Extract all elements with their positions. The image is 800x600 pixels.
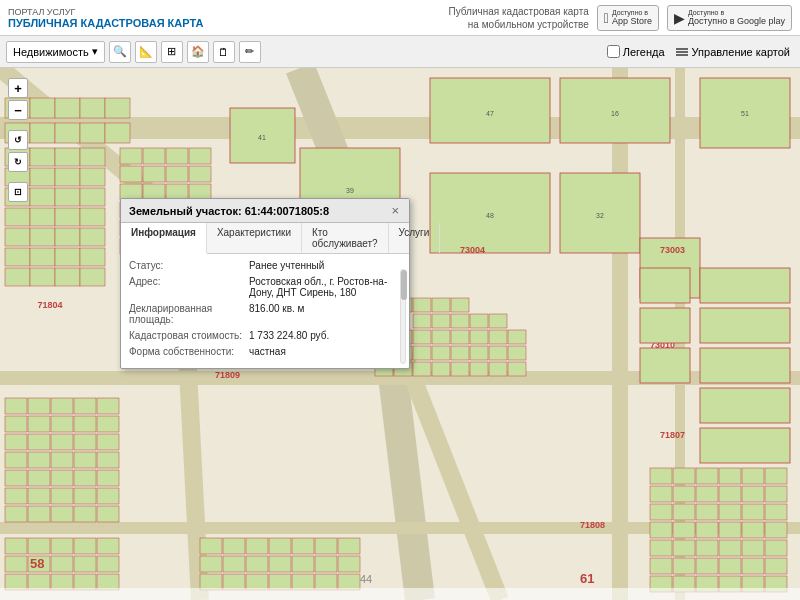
svg-rect-224 <box>269 556 291 572</box>
tool-button-4[interactable]: 🏠 <box>187 41 209 63</box>
svg-rect-130 <box>470 330 488 344</box>
svg-rect-240 <box>765 468 787 484</box>
zoom-out-button[interactable]: − <box>8 100 28 120</box>
tool-button-2[interactable]: 📐 <box>135 41 157 63</box>
svg-rect-235 <box>650 468 672 484</box>
svg-rect-183 <box>97 452 119 468</box>
svg-rect-123 <box>470 314 488 328</box>
svg-rect-215 <box>223 538 245 554</box>
rotate-right-button[interactable]: ↻ <box>8 152 28 172</box>
realty-label: Недвижимость <box>13 46 89 58</box>
svg-text:16: 16 <box>611 110 619 117</box>
popup-close-button[interactable]: × <box>389 203 401 218</box>
svg-rect-21 <box>30 98 55 118</box>
tab-characteristics[interactable]: Характеристики <box>207 223 302 253</box>
svg-rect-170 <box>28 416 50 432</box>
svg-rect-160 <box>700 308 790 343</box>
svg-rect-49 <box>80 228 105 246</box>
svg-rect-232 <box>292 574 314 590</box>
svg-text:71809: 71809 <box>215 370 240 380</box>
svg-rect-135 <box>413 346 431 360</box>
tool-button-6[interactable]: ✏ <box>239 41 261 63</box>
tool-button-5[interactable]: 🗒 <box>213 41 235 63</box>
svg-rect-27 <box>55 123 80 143</box>
svg-rect-282 <box>0 588 800 600</box>
svg-rect-207 <box>74 556 96 572</box>
zoom-in-button[interactable]: + <box>8 78 28 98</box>
svg-rect-42 <box>5 208 30 226</box>
svg-rect-137 <box>451 346 469 360</box>
svg-rect-239 <box>742 468 764 484</box>
svg-rect-166 <box>51 398 73 414</box>
svg-rect-127 <box>413 330 431 344</box>
tab-service[interactable]: Кто обслуживает? <box>302 223 389 253</box>
realty-dropdown[interactable]: Недвижимость ▾ <box>6 41 105 63</box>
popup-row: Адрес:Ростовская обл., г. Ростов-на-Дону… <box>129 276 401 298</box>
svg-rect-182 <box>74 452 96 468</box>
svg-rect-57 <box>80 268 105 286</box>
svg-rect-242 <box>673 486 695 502</box>
full-extent-button[interactable]: ⊡ <box>8 182 28 202</box>
svg-rect-51 <box>30 248 55 266</box>
svg-rect-216 <box>246 538 268 554</box>
svg-rect-24 <box>105 98 130 118</box>
svg-rect-226 <box>315 556 337 572</box>
map[interactable]: 47 16 48 32 39 41 51 7 <box>0 68 800 600</box>
svg-rect-199 <box>5 538 27 554</box>
svg-rect-186 <box>51 470 73 486</box>
svg-rect-52 <box>55 248 80 266</box>
manage-map-item[interactable]: Управление картой <box>675 45 790 59</box>
svg-rect-200 <box>28 538 50 554</box>
popup-row-value: 1 733 224.80 руб. <box>249 330 401 341</box>
tool-button-1[interactable]: 🔍 <box>109 41 131 63</box>
svg-rect-129 <box>451 330 469 344</box>
svg-rect-37 <box>80 168 105 186</box>
svg-rect-43 <box>30 208 55 226</box>
svg-rect-188 <box>97 470 119 486</box>
svg-rect-62 <box>189 148 211 164</box>
rotate-left-button[interactable]: ↺ <box>8 130 28 150</box>
popup-scrollbar[interactable] <box>399 269 407 364</box>
svg-rect-169 <box>5 416 27 432</box>
google-play-button[interactable]: ▶ Доступно в Доступно в Google play <box>667 5 792 31</box>
svg-rect-220 <box>338 538 360 554</box>
svg-rect-128 <box>432 330 450 344</box>
svg-text:73003: 73003 <box>660 245 685 255</box>
svg-text:44: 44 <box>360 573 372 585</box>
svg-rect-40 <box>55 188 80 206</box>
app-store-button[interactable]:  Доступно в App Store <box>597 5 659 31</box>
svg-rect-227 <box>338 556 360 572</box>
popup-row-label: Форма собственности: <box>129 346 249 357</box>
svg-rect-241 <box>650 486 672 502</box>
svg-text:41: 41 <box>258 134 266 141</box>
svg-rect-26 <box>30 123 55 143</box>
svg-rect-140 <box>508 346 526 360</box>
svg-text:58: 58 <box>30 556 44 571</box>
legend-bar: Легенда Управление картой <box>597 36 800 68</box>
tab-services[interactable]: Услуги <box>389 223 441 253</box>
svg-rect-50 <box>5 248 30 266</box>
svg-rect-217 <box>269 538 291 554</box>
popup-row: Декларированная площадь:816.00 кв. м <box>129 303 401 325</box>
popup-row-value: частная <box>249 346 401 357</box>
svg-rect-171 <box>51 416 73 432</box>
tool-button-3[interactable]: ⊞ <box>161 41 183 63</box>
svg-rect-60 <box>143 148 165 164</box>
info-popup: Земельный участок: 61:44:0071805:8 × Инф… <box>120 198 410 369</box>
svg-rect-163 <box>700 428 790 463</box>
svg-rect-266 <box>673 558 695 574</box>
google-play-label: Доступно в Доступно в Google play <box>688 9 785 26</box>
svg-rect-194 <box>5 506 27 522</box>
tab-info[interactable]: Информация <box>121 223 207 254</box>
chevron-down-icon: ▾ <box>92 45 98 58</box>
svg-rect-187 <box>74 470 96 486</box>
popup-row: Статус:Ранее учтенный <box>129 260 401 271</box>
svg-rect-139 <box>489 346 507 360</box>
popup-row-label: Кадастровая стоимость: <box>129 330 249 341</box>
legend-checkbox-label[interactable]: Легенда <box>607 45 665 58</box>
header-map-text: Публичная кадастровая карта на мобильном… <box>449 5 589 31</box>
legend-checkbox[interactable] <box>607 45 620 58</box>
svg-rect-189 <box>5 488 27 504</box>
svg-rect-136 <box>432 346 450 360</box>
svg-rect-59 <box>120 148 142 164</box>
